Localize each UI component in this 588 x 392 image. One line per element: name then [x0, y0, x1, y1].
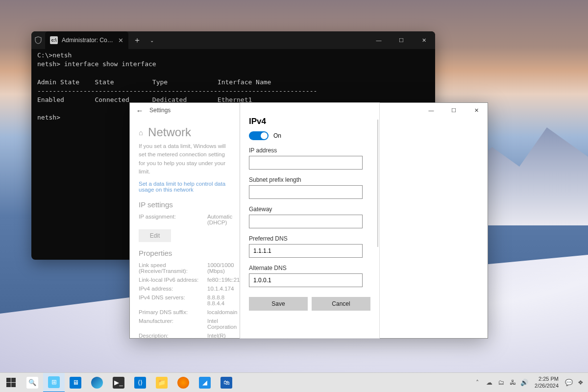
ip-settings-heading: IP settings [139, 200, 232, 209]
edge-browser-icon[interactable] [86, 373, 108, 392]
property-row: IPv4 address:10.1.4.174 [139, 286, 232, 292]
property-value: localdomain [207, 309, 237, 315]
cmd-icon: c:\ [50, 36, 58, 44]
tray-chevron-icon[interactable]: ˄ [472, 373, 483, 392]
windows-logo-icon [6, 378, 16, 387]
property-row: Description:Intel(R) 82574L Gigabit Netw… [139, 333, 232, 338]
dialog-title: IPv4 [249, 117, 370, 126]
file-explorer-icon[interactable]: 📁 [151, 373, 172, 392]
store-icon[interactable]: 🛍 [216, 373, 237, 392]
property-key: IPv4 address: [139, 286, 207, 292]
property-key: IPv4 DNS servers: [139, 294, 207, 306]
tray-app-icon[interactable]: ❖ [575, 373, 586, 392]
volume-icon[interactable]: 🔊 [519, 373, 530, 392]
property-key: Link speed (Receive/Transmit): [139, 262, 207, 274]
property-value: Intel(R) 82574L Gigabit Network Connecti… [207, 333, 236, 338]
property-row: Link speed (Receive/Transmit):1000/1000 … [139, 262, 232, 274]
property-key: Primary DNS suffix: [139, 309, 207, 315]
display-settings-icon[interactable]: 🖥 [65, 373, 86, 392]
onedrive-icon[interactable]: ☁ [484, 373, 494, 392]
close-icon[interactable]: ✕ [117, 37, 124, 44]
ip-assignment-label: IP assignment: [139, 214, 207, 225]
property-key: Manufacturer: [139, 318, 207, 330]
window-title: Settings [149, 107, 171, 114]
terminal-tab-title: Administrator: Command Prompt [62, 37, 113, 44]
property-value: 8.8.8.8 8.8.4.4 [207, 294, 224, 306]
gateway-label: Gateway [249, 206, 370, 213]
alternate-dns-label: Alternate DNS [249, 265, 370, 271]
clock-time: 2:25 PM [535, 376, 559, 383]
property-key: Link-local IPv6 address: [139, 277, 207, 283]
page-subtitle: If you set a data limit, Windows will se… [139, 142, 232, 176]
alternate-dns-input[interactable] [249, 273, 363, 287]
ipv4-toggle[interactable] [249, 131, 269, 140]
notifications-icon[interactable]: 💬 [564, 373, 574, 392]
maximize-button[interactable]: ☐ [390, 33, 413, 48]
network-icon[interactable]: 🖧 [507, 373, 518, 392]
property-value: 10.1.4.174 [207, 286, 234, 292]
clock-date: 2/26/2024 [535, 383, 559, 390]
maximize-button[interactable]: ☐ [442, 103, 465, 118]
taskbar[interactable]: 🔍 ⊞ 🖥 ▶_ ⟨⟩ 📁 ◢ 🛍 ˄ ☁ 🗂 🖧 🔊 2:25 PM 2/26… [0, 372, 588, 392]
gateway-input[interactable] [249, 215, 363, 228]
close-button[interactable]: ✕ [413, 33, 435, 48]
page-title: Network [148, 125, 191, 139]
property-key: Description: [139, 333, 207, 338]
property-row: Manufacturer:Intel Corporation [139, 318, 232, 330]
save-button[interactable]: Save [249, 297, 308, 311]
close-button[interactable]: ✕ [465, 103, 488, 118]
clock[interactable]: 2:25 PM 2/26/2024 [531, 376, 563, 390]
app-icon-blue[interactable]: ◢ [194, 373, 216, 392]
cancel-button[interactable]: Cancel [312, 297, 370, 311]
task-view-button[interactable]: ⊞ [43, 373, 65, 392]
subnet-input[interactable] [249, 185, 363, 199]
minimize-button[interactable]: — [368, 33, 390, 48]
minimize-button[interactable]: — [420, 103, 442, 118]
property-value: 1000/1000 (Mbps) [207, 262, 234, 274]
home-icon[interactable]: ⌂ [139, 128, 143, 137]
edit-button[interactable]: Edit [139, 229, 171, 242]
search-button[interactable]: 🔍 [22, 373, 43, 392]
ip-assignment-value: Automatic (DHCP) [207, 214, 232, 225]
preferred-dns-label: Preferred DNS [249, 235, 370, 242]
ipv4-dialog: IPv4 On IP address Subnet prefix length … [240, 102, 380, 339]
firefox-icon[interactable] [172, 373, 194, 392]
back-button[interactable]: ← [130, 106, 149, 115]
ip-address-label: IP address [249, 147, 370, 154]
data-limit-link[interactable]: Set a data limit to help control data us… [139, 181, 232, 193]
toggle-label: On [273, 132, 281, 139]
property-row: IPv4 DNS servers:8.8.8.8 8.8.4.4 [139, 294, 232, 306]
property-row: Primary DNS suffix:localdomain [139, 309, 232, 315]
ip-address-input[interactable] [249, 156, 363, 170]
vscode-icon[interactable]: ⟨⟩ [129, 373, 151, 392]
property-value: Intel Corporation [207, 318, 237, 330]
properties-heading: Properties [139, 249, 232, 257]
property-value: fe80::19fc:21… [207, 277, 241, 283]
terminal-tab[interactable]: c:\ Administrator: Command Prompt ✕ [45, 31, 128, 49]
new-tab-button[interactable]: ＋ [128, 35, 146, 46]
tab-dropdown[interactable]: ⌄ [146, 38, 158, 43]
terminal-titlebar[interactable]: c:\ Administrator: Command Prompt ✕ ＋ ⌄ … [31, 31, 435, 49]
network-panel: ⌂ Network If you set a data limit, Windo… [130, 118, 241, 338]
subnet-label: Subnet prefix length [249, 176, 370, 183]
property-row: Link-local IPv6 address:fe80::19fc:21… [139, 277, 232, 283]
start-button[interactable] [0, 373, 22, 392]
terminal-taskbar-icon[interactable]: ▶_ [108, 373, 129, 392]
battery-icon[interactable]: 🗂 [495, 373, 506, 392]
scrollbar[interactable] [377, 120, 378, 247]
shield-icon [31, 36, 45, 44]
preferred-dns-input[interactable] [249, 244, 363, 258]
